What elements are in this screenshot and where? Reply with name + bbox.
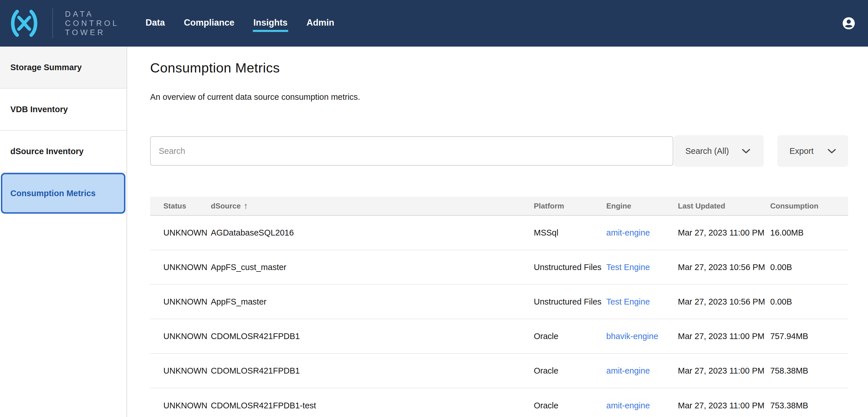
cell-status: UNKNOWN	[163, 366, 211, 376]
column-header-dsource[interactable]: dSource↑	[211, 201, 534, 211]
cell-engine: amit-engine	[606, 401, 678, 410]
dct-logo-icon	[8, 7, 40, 39]
chevron-down-icon	[828, 149, 836, 154]
table-row: UNKNOWNAGDatabaseSQL2016MSSqlamit-engine…	[150, 216, 848, 250]
search-scope-dropdown[interactable]: Search (All)	[674, 135, 764, 167]
column-header-consumption[interactable]: Consumption	[770, 202, 848, 211]
table-header-row: StatusdSource↑PlatformEngineLast Updated…	[150, 197, 848, 216]
cell-engine: Test Engine	[606, 297, 678, 307]
cell-dsource: CDOMLOSR421FPDB1	[211, 331, 534, 341]
sidebar-item-dsource-inventory[interactable]: dSource Inventory	[0, 131, 127, 172]
cell-consumption: 757.94MB	[770, 331, 848, 341]
insights-sidebar: Storage SummaryVDB InventorydSource Inve…	[0, 46, 127, 417]
table-row: UNKNOWNCDOMLOSR421FPDB1Oraclebhavik-engi…	[150, 319, 848, 354]
logo-line-3: TOWER	[65, 28, 119, 37]
table-row: UNKNOWNAppFS_cust_masterUnstructured Fil…	[150, 250, 848, 285]
table-row: UNKNOWNCDOMLOSR421FPDB1-testOracleamit-e…	[150, 388, 848, 417]
cell-platform: Oracle	[534, 331, 606, 341]
search-scope-label: Search (All)	[685, 147, 729, 156]
main-nav: DataComplianceInsightsAdmin	[146, 15, 334, 32]
logo-wordmark: DATA CONTROL TOWER	[65, 9, 119, 37]
cell-dsource: AppFS_master	[211, 297, 534, 307]
search-input[interactable]	[150, 136, 673, 166]
engine-link[interactable]: Test Engine	[606, 297, 650, 306]
logo-line-2: CONTROL	[65, 19, 119, 28]
cell-last-updated: Mar 27, 2023 11:00 PM	[678, 366, 770, 376]
sidebar-item-label: VDB Inventory	[10, 105, 68, 114]
column-header-label: Platform	[534, 202, 564, 211]
cell-engine: amit-engine	[606, 366, 678, 376]
chevron-down-icon	[742, 149, 750, 154]
column-header-engine[interactable]: Engine	[606, 202, 678, 211]
account-button[interactable]	[842, 17, 855, 30]
nav-item-admin[interactable]: Admin	[307, 15, 334, 32]
nav-item-compliance[interactable]: Compliance	[184, 15, 235, 32]
cell-consumption: 16.00MB	[770, 228, 848, 237]
cell-last-updated: Mar 27, 2023 10:56 PM	[678, 263, 770, 272]
export-label: Export	[789, 147, 814, 156]
column-header-label: dSource	[211, 202, 241, 211]
cell-last-updated: Mar 27, 2023 10:56 PM	[678, 297, 770, 307]
logo-divider	[52, 8, 53, 38]
engine-link[interactable]: amit-engine	[606, 401, 650, 410]
app-logo: DATA CONTROL TOWER	[8, 7, 119, 39]
cell-status: UNKNOWN	[163, 331, 211, 341]
cell-engine: bhavik-engine	[606, 331, 678, 341]
cell-status: UNKNOWN	[163, 401, 211, 410]
cell-dsource: AppFS_cust_master	[211, 263, 534, 272]
column-header-platform[interactable]: Platform	[534, 202, 606, 211]
cell-status: UNKNOWN	[163, 228, 211, 237]
export-dropdown[interactable]: Export	[777, 135, 848, 167]
cell-last-updated: Mar 27, 2023 11:00 PM	[678, 228, 770, 237]
cell-consumption: 0.00B	[770, 297, 848, 307]
column-header-label: Last Updated	[678, 202, 725, 211]
cell-consumption: 758.38MB	[770, 366, 848, 376]
cell-platform: Oracle	[534, 366, 606, 376]
page-title: Consumption Metrics	[150, 60, 868, 76]
cell-engine: Test Engine	[606, 263, 678, 272]
engine-link[interactable]: amit-engine	[606, 366, 650, 375]
cell-platform: MSSql	[534, 228, 606, 237]
cell-platform: Oracle	[534, 401, 606, 410]
sidebar-item-label: Storage Summary	[10, 63, 82, 72]
sidebar-item-consumption-metrics[interactable]: Consumption Metrics	[0, 172, 127, 215]
consumption-table: StatusdSource↑PlatformEngineLast Updated…	[150, 197, 848, 417]
cell-dsource: CDOMLOSR421FPDB1	[211, 366, 534, 376]
column-header-last-updated[interactable]: Last Updated	[678, 202, 770, 211]
cell-dsource: CDOMLOSR421FPDB1-test	[211, 401, 534, 410]
cell-last-updated: Mar 27, 2023 11:00 PM	[678, 401, 770, 410]
cell-platform: Unstructured Files	[534, 297, 606, 307]
nav-item-data[interactable]: Data	[146, 15, 165, 32]
cell-consumption: 0.00B	[770, 263, 848, 272]
sidebar-item-label: dSource Inventory	[10, 147, 84, 156]
toolbar: Search (All) Export	[150, 135, 848, 167]
top-bar: DATA CONTROL TOWER DataComplianceInsight…	[0, 0, 868, 46]
sort-ascending-icon: ↑	[244, 201, 248, 211]
sidebar-item-storage-summary[interactable]: Storage Summary	[0, 46, 127, 89]
page-description: An overview of current data source consu…	[150, 92, 868, 102]
cell-platform: Unstructured Files	[534, 263, 606, 272]
engine-link[interactable]: Test Engine	[606, 263, 650, 272]
column-header-label: Engine	[606, 202, 631, 211]
cell-consumption: 753.38MB	[770, 401, 848, 410]
cell-status: UNKNOWN	[163, 297, 211, 307]
account-icon	[842, 17, 855, 30]
column-header-status[interactable]: Status	[163, 202, 211, 211]
cell-status: UNKNOWN	[163, 263, 211, 272]
logo-line-1: DATA	[65, 9, 119, 19]
sidebar-item-label: Consumption Metrics	[10, 189, 95, 198]
main-content: Consumption Metrics An overview of curre…	[127, 46, 868, 417]
cell-last-updated: Mar 27, 2023 11:00 PM	[678, 331, 770, 341]
nav-item-insights[interactable]: Insights	[253, 15, 288, 32]
column-header-label: Consumption	[770, 202, 818, 211]
cell-engine: amit-engine	[606, 228, 678, 237]
table-row: UNKNOWNCDOMLOSR421FPDB1Oracleamit-engine…	[150, 354, 848, 388]
engine-link[interactable]: bhavik-engine	[606, 331, 658, 341]
column-header-label: Status	[163, 202, 186, 211]
table-body: UNKNOWNAGDatabaseSQL2016MSSqlamit-engine…	[150, 216, 848, 417]
cell-dsource: AGDatabaseSQL2016	[211, 228, 534, 237]
sidebar-item-vdb-inventory[interactable]: VDB Inventory	[0, 89, 127, 131]
table-row: UNKNOWNAppFS_masterUnstructured FilesTes…	[150, 285, 848, 319]
engine-link[interactable]: amit-engine	[606, 228, 650, 237]
